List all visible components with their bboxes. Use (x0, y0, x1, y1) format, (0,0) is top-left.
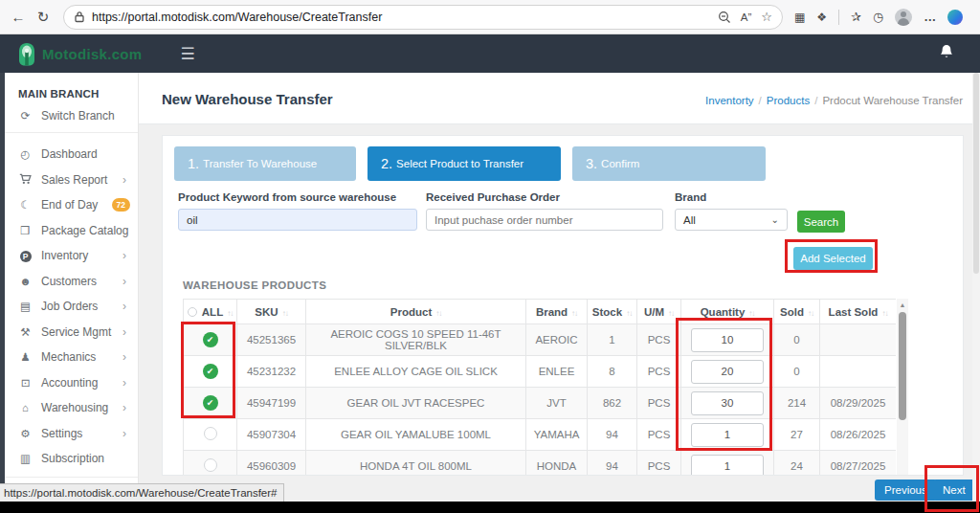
cell-sku: 45907304 (237, 419, 306, 451)
sales-report-icon (18, 173, 33, 187)
favorite-star-icon[interactable]: ☆ (761, 10, 772, 24)
quantity-input[interactable] (691, 328, 764, 352)
sidebar-item-job-orders[interactable]: ▤Job Orders› (5, 294, 138, 320)
wizard-step-3[interactable]: 3.Confirm (572, 146, 766, 181)
po-input[interactable] (426, 209, 663, 231)
page-scrollbar-thumb[interactable] (973, 73, 979, 274)
taskbar-black-strip (0, 502, 980, 513)
column-header-all[interactable]: ALL↑↓ (184, 300, 237, 324)
column-header-sku[interactable]: SKU↑↓ (237, 300, 306, 324)
next-button[interactable]: Next (933, 480, 975, 501)
cell-um: PCS (637, 388, 681, 419)
search-button[interactable]: Search (797, 211, 845, 233)
sidebar-item-label: Inventory (41, 249, 88, 262)
previous-button[interactable]: Previous (875, 480, 937, 501)
column-header-stock[interactable]: Stock↑↓ (588, 300, 637, 324)
wizard-step-2[interactable]: 2.Select Product to Transfer (368, 146, 561, 181)
warehousing-icon: ⌂ (18, 402, 33, 413)
column-header-sold[interactable]: Sold↑↓ (774, 300, 820, 324)
row-unchecked-icon[interactable] (204, 458, 217, 472)
row-unchecked-icon[interactable] (204, 427, 217, 440)
favorites-bar-icon[interactable]: ✰ (851, 10, 861, 24)
row-checked-icon[interactable]: ✔ (203, 395, 218, 411)
back-icon[interactable]: ← (6, 9, 31, 25)
notifications-bell-icon[interactable] (940, 44, 953, 63)
sidebar-item-subscription[interactable]: ▥Subscription (5, 446, 138, 472)
sidebar-item-customers[interactable]: ☻Customers› (5, 269, 138, 295)
cell-brand: ENLEE (526, 356, 588, 388)
read-aloud-icon[interactable]: A” (741, 11, 752, 23)
sidebar-item-warehousing[interactable]: ⌂Warehousing› (5, 395, 138, 421)
page-scrollbar[interactable] (972, 73, 980, 502)
column-header-quantity[interactable]: Quantity↑↓ (681, 300, 774, 324)
sort-icon: ↑↓ (227, 309, 233, 318)
chevron-down-icon: ⌄ (771, 214, 779, 225)
cell-last-sold: 08/27/2025 (820, 451, 897, 476)
breadcrumb: Inventorty/Products/Prdocut Warehouse Tr… (705, 95, 963, 106)
sidebar-item-label: Subscription (41, 452, 104, 465)
cell-sku: 45947199 (237, 388, 306, 419)
package-catalog-icon: ❒ (18, 224, 33, 237)
cell-product: ENLEE ALLOY CAGE OIL SLICK (306, 356, 526, 388)
table-scrollbar[interactable]: ▲ (897, 299, 908, 475)
quantity-input[interactable] (691, 391, 764, 415)
cell-um: PCS (637, 356, 681, 388)
browser-profile-avatar[interactable] (895, 9, 912, 26)
sidebar-item-settings[interactable]: ⚙Settings› (5, 421, 138, 447)
table-scrollbar-thumb[interactable] (899, 312, 906, 420)
breadcrumb-item[interactable]: Inventorty (705, 95, 754, 106)
cell-sold: 0 (774, 356, 820, 388)
chevron-right-icon: › (122, 325, 126, 339)
sidebar: MAIN BRANCH ⟳ Switch Branch ◴DashboardSa… (5, 73, 139, 502)
row-checked-icon[interactable]: ✔ (203, 364, 218, 379)
column-header-last-sold[interactable]: Last Sold↑↓ (820, 300, 897, 324)
brand-logo[interactable]: Motodisk.com (17, 42, 142, 66)
breadcrumb-item[interactable]: Products (767, 95, 810, 106)
keyword-label: Product Keyword from source warehouse (178, 191, 417, 203)
sidebar-item-switch-branch[interactable]: ⟳ Switch Branch (5, 100, 138, 133)
extensions-icon[interactable]: ❖ (816, 11, 827, 24)
column-header-brand[interactable]: Brand↑↓ (526, 300, 588, 324)
sidebar-item-service-mgmt[interactable]: ⚒Service Mgmt› (5, 320, 138, 346)
refresh-icon[interactable]: ↻ (31, 9, 56, 26)
breadcrumb-separator: / (814, 95, 817, 106)
select-all-radio[interactable] (188, 307, 197, 317)
quantity-input[interactable] (691, 360, 764, 384)
sidebar-item-label: Package Catalog (41, 224, 128, 237)
column-header-product[interactable]: Product↑↓ (306, 300, 526, 324)
scrollbar-up-icon[interactable]: ▲ (897, 301, 908, 308)
hamburger-menu-icon[interactable]: ☰ (180, 44, 194, 64)
breadcrumb-separator: / (759, 95, 762, 106)
copilot-icon[interactable] (947, 10, 963, 25)
sidebar-item-dashboard[interactable]: ◴Dashboard (5, 142, 138, 167)
sort-icon: ↑↓ (881, 309, 887, 318)
cell-sold: 214 (774, 388, 820, 419)
cell-last-sold (820, 324, 897, 356)
products-table-wrap: ALL↑↓SKU↑↓Product↑↓Brand↑↓Stock↑↓U/M↑↓Qu… (183, 299, 896, 475)
quantity-input[interactable] (691, 423, 764, 447)
products-table: ALL↑↓SKU↑↓Product↑↓Brand↑↓Stock↑↓U/M↑↓Qu… (183, 299, 896, 475)
column-header-u-m[interactable]: U/M↑↓ (637, 300, 681, 324)
qr-code-icon[interactable]: ▦ (794, 11, 805, 24)
row-checked-icon[interactable]: ✔ (203, 332, 218, 347)
keyword-input[interactable] (178, 209, 417, 231)
sidebar-item-end-of-day[interactable]: ☾End of Day72 (5, 192, 138, 218)
wizard-step-1[interactable]: 1.Transfer To Warehouse (174, 146, 356, 181)
sidebar-item-inventory[interactable]: PInventory› (5, 243, 138, 269)
add-selected-button[interactable]: Add Selected (793, 247, 873, 270)
sidebar-item-sales-report[interactable]: Sales Report› (5, 167, 138, 193)
job-orders-icon: ▤ (18, 300, 33, 313)
brand-select[interactable]: All ⌄ (675, 209, 788, 231)
chevron-right-icon: › (122, 275, 126, 288)
column-header-label: Quantity (701, 306, 746, 318)
quantity-input[interactable] (691, 455, 764, 476)
history-icon[interactable]: ◷ (873, 10, 883, 24)
address-bar[interactable]: https://portal.motodisk.com/Warehouse/Cr… (63, 5, 783, 30)
accounting-icon: ⊡ (18, 376, 33, 390)
sidebar-item-package-catalog[interactable]: ❒Package Catalog (5, 218, 138, 244)
browser-menu-icon[interactable]: … (924, 10, 936, 24)
cell-product: GEAR OIL JVT RACESPEC (306, 388, 526, 419)
zoom-out-icon[interactable] (718, 11, 731, 24)
sidebar-item-mechanics[interactable]: ♟Mechanics› (5, 345, 138, 370)
sidebar-item-accounting[interactable]: ⊡Accounting› (5, 370, 138, 396)
